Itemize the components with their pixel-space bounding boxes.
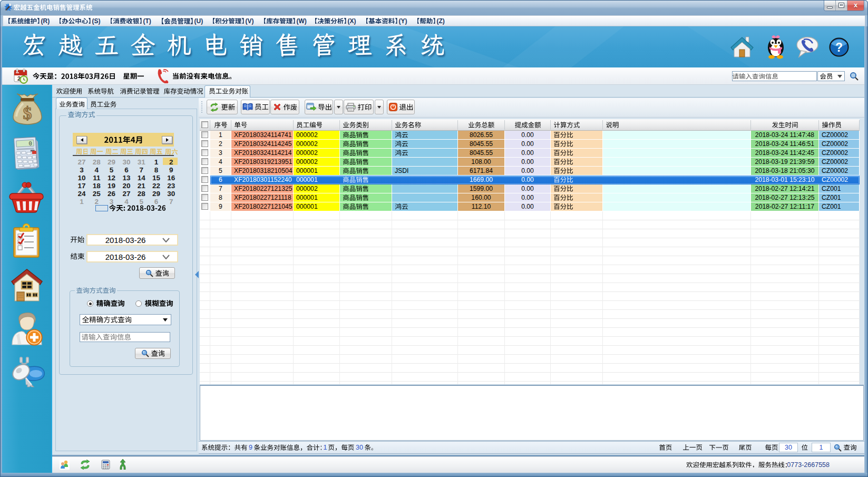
svg-text:0: 0	[28, 140, 32, 147]
svg-text:?: ?	[835, 41, 843, 54]
svg-text:$: $	[23, 103, 32, 123]
